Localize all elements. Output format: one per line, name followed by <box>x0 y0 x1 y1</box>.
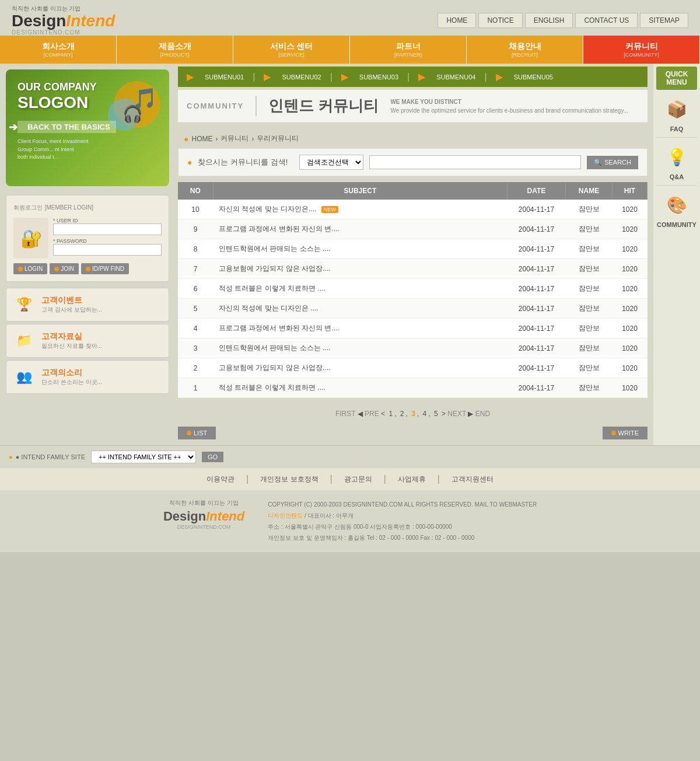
table-row[interactable]: 9 프로그램 과정에서 변화된 자신의 변.... 2004-11-17 잠만보… <box>178 219 648 239</box>
table-row[interactable]: 7 고용보험에 가입되지 않은 사업장.... 2004-11-17 잠만보 1… <box>178 259 648 279</box>
page-5[interactable]: 5 <box>434 410 438 418</box>
voice-desc: 단소리 쓴소리는 이곳... <box>41 378 102 386</box>
col-date: DATE <box>508 182 566 200</box>
search-input[interactable] <box>369 155 581 169</box>
cell-subject[interactable]: 자신의 적성에 맞는 디자인은.... NEW <box>213 200 508 219</box>
submenu01[interactable]: SUBMENU01 <box>205 74 244 81</box>
table-row[interactable]: 2 고용보험에 가입되지 않은 사업장.... 2004-11-17 잠만보 1… <box>178 358 648 378</box>
cell-name: 잠만보 <box>566 259 612 279</box>
quick-faq[interactable]: 📦 FAQ <box>656 95 697 138</box>
quick-links: 🏆 고객이벤트 고객 감사에 보답하는... 📁 고객자료실 필요하신 자료를 … <box>6 288 169 394</box>
submenu02[interactable]: SUBMENU02 <box>282 74 321 81</box>
quick-qa[interactable]: 💡 Q&A <box>656 142 697 186</box>
cell-subject[interactable]: 프로그램 과정에서 변화된 자신의 변.... <box>213 219 508 239</box>
login-button[interactable]: LOGIN <box>13 263 47 274</box>
list-btn-dot <box>187 431 191 435</box>
cell-subject[interactable]: 자신의 적성에 맞는 디자인은 .... <box>213 299 508 319</box>
nav-community[interactable]: 커뮤니티 [COMMUNITY] <box>583 36 700 64</box>
quick-menu-title: QUICKMENU <box>656 67 697 90</box>
cell-subject[interactable]: 적성 트러블은 이렇게 치료하면 .... <box>213 378 508 398</box>
top-nav-home[interactable]: HOME <box>438 13 476 28</box>
page-1[interactable]: 1 <box>388 410 393 418</box>
table-row[interactable]: 6 적성 트러블은 이렇게 치료하면 .... 2004-11-17 잠만보 1… <box>178 279 648 299</box>
list-button[interactable]: LIST <box>178 427 216 439</box>
write-button[interactable]: WRITE <box>603 427 648 439</box>
logo: 칙직한 사회를 이끄는 기업 DesignIntend DESIGNINTEND… <box>12 5 115 36</box>
footer-link-business[interactable]: 사업제휴 <box>398 474 426 484</box>
logo-domain: DESIGNINTEND.COM <box>12 29 115 36</box>
page-2[interactable]: 2 <box>400 410 404 418</box>
write-btn-dot <box>611 431 616 435</box>
nav-product[interactable]: 제품소개 [PRODUCT] <box>117 36 233 64</box>
page-title-kr: COMMUNITY <box>187 102 244 110</box>
main-nav: 회사소개 [COMPANY] 제품소개 [PRODUCT] 서비스 센터 [SE… <box>0 36 700 64</box>
submenu04[interactable]: SUBMENU04 <box>436 74 475 81</box>
submenu05[interactable]: SUBMENU05 <box>514 74 553 81</box>
page-next[interactable]: NEXT <box>447 410 466 418</box>
sidebar: OUR COMPANY SLOGON 🎵 🎧 ➔ BACK TO THE BAS… <box>0 64 175 445</box>
user-id-label: * USER ID <box>53 218 162 224</box>
cell-no: 5 <box>178 299 213 319</box>
password-label: * PASSWORD <box>53 238 162 244</box>
search-button[interactable]: 🔍 SEARCH <box>587 156 638 169</box>
cell-subject[interactable]: 고용보험에 가입되지 않은 사업장.... <box>213 358 508 378</box>
nav-recruit[interactable]: 채용안내 [RECRUIT] <box>467 36 583 64</box>
quick-link-library[interactable]: 📁 고객자료실 필요하신 자료를 찾아... <box>6 324 169 358</box>
cell-date: 2004-11-17 <box>508 378 566 398</box>
family-site-select[interactable]: ++ INTEND FAMILY SITE ++ <box>91 451 196 463</box>
table-row[interactable]: 8 인텐드학원에서 판매되는 소스는 .... 2004-11-17 잠만보 1… <box>178 239 648 259</box>
nav-company[interactable]: 회사소개 [COMPANY] <box>0 36 117 64</box>
page-first[interactable]: FIRST <box>335 410 355 418</box>
password-input[interactable] <box>53 244 162 256</box>
page-3[interactable]: 3 <box>411 410 415 418</box>
quick-menu: QUICKMENU 📦 FAQ 💡 Q&A 🎨 COMMUNITY <box>653 64 700 445</box>
quick-link-event[interactable]: 🏆 고객이벤트 고객 감사에 보답하는... <box>6 288 169 322</box>
user-id-input[interactable] <box>53 224 162 235</box>
cell-subject[interactable]: 프로그램 과정에서 변화된 자신의 변.... <box>213 319 508 338</box>
cell-subject[interactable]: 인텐드학원에서 판매되는 소스는 .... <box>213 239 508 259</box>
join-button[interactable]: JOIN <box>50 263 79 274</box>
table-row[interactable]: 1 적성 트러블은 이렇게 치료하면 .... 2004-11-17 잠만보 1… <box>178 378 648 398</box>
family-site-go-button[interactable]: GO <box>202 452 223 462</box>
cell-subject[interactable]: 인텐드학원에서 판매되는 소스는 .... <box>213 338 508 358</box>
cell-name: 잠만보 <box>566 200 612 219</box>
col-name: NAME <box>566 182 612 200</box>
cell-hit: 1020 <box>612 319 648 338</box>
top-nav-sitemap[interactable]: SITEMAP <box>640 13 688 28</box>
top-nav-notice[interactable]: NOTICE <box>478 13 522 28</box>
table-row[interactable]: 3 인텐드학원에서 판매되는 소스는 .... 2004-11-17 잠만보 1… <box>178 338 648 358</box>
search-select[interactable]: 검색조건선택 <box>299 155 363 170</box>
page-4[interactable]: 4 <box>423 410 427 418</box>
table-row[interactable]: 10 자신의 적성에 맞는 디자인은.... NEW 2004-11-17 잠만… <box>178 200 648 219</box>
top-nav-english[interactable]: ENGLISH <box>525 13 573 28</box>
cell-hit: 1020 <box>612 338 648 358</box>
page-arrow-right: ▶ <box>468 410 473 418</box>
cell-subject[interactable]: 적성 트러블은 이렇게 치료하면 .... <box>213 279 508 299</box>
cell-hit: 1020 <box>612 299 648 319</box>
page-title-main: 인텐드 커뮤니티 <box>256 96 379 116</box>
footer-link-terms[interactable]: 이용약관 <box>206 474 235 484</box>
footer-link-privacy[interactable]: 개인정보 보호정책 <box>260 474 318 484</box>
footer-links: 이용약관 | 개인정보 보호정책 | 광고문의 | 사업제휴 | 고객지원센터 <box>0 468 700 490</box>
table-row[interactable]: 5 자신의 적성에 맞는 디자인은 .... 2004-11-17 잠만보 10… <box>178 299 648 319</box>
table-row[interactable]: 4 프로그램 과정에서 변화된 자신의 변.... 2004-11-17 잠만보… <box>178 319 648 338</box>
top-nav-contact[interactable]: CONTACT US <box>575 13 638 28</box>
page-end[interactable]: END <box>475 410 490 418</box>
nav-partner[interactable]: 파트너 [PARTNER] <box>350 36 467 64</box>
page-pre[interactable]: PRE <box>365 410 379 418</box>
footer-link-support[interactable]: 고객지원센터 <box>452 474 494 484</box>
banner-decoration: 🎵 🎧 <box>93 81 163 157</box>
nav-service[interactable]: 서비스 센터 [SERVICE] <box>233 36 350 64</box>
cell-name: 잠만보 <box>566 239 612 259</box>
join-dot <box>54 267 59 271</box>
quick-community[interactable]: 🎨 COMMUNITY <box>656 190 697 233</box>
breadcrumb-community[interactable]: 커뮤니티 <box>220 134 249 144</box>
cell-no: 9 <box>178 219 213 239</box>
quick-link-voice[interactable]: 👥 고객의소리 단소리 쓴소리는 이곳... <box>6 360 169 394</box>
top-nav: HOME NOTICE ENGLISH CONTACT US SITEMAP <box>438 13 688 28</box>
submenu03[interactable]: SUBMENU03 <box>359 74 398 81</box>
footer-link-ad[interactable]: 광고문의 <box>344 474 372 484</box>
breadcrumb-home[interactable]: HOME <box>191 135 212 143</box>
cell-subject[interactable]: 고용보험에 가입되지 않은 사업장.... <box>213 259 508 279</box>
find-button[interactable]: ID/PW FIND <box>81 263 129 274</box>
